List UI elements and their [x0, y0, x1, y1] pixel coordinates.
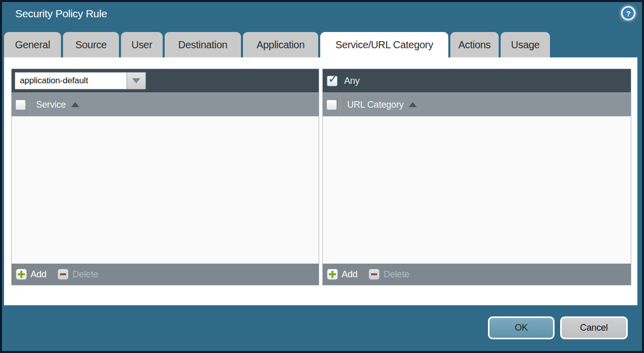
service-type-dropdown-button[interactable]: [127, 72, 146, 89]
page-title: Security Policy Rule: [15, 8, 107, 20]
tab-general[interactable]: General: [4, 32, 61, 57]
chevron-down-icon: [132, 78, 140, 83]
service-select-all-cell: [12, 93, 29, 116]
checkmark-icon: ✓: [328, 73, 338, 85]
url-category-any-row: ✓ Any: [323, 69, 631, 92]
service-panel: application-default Service Add: [11, 69, 319, 285]
delete-icon: [57, 269, 69, 280]
url-category-panel: ✓ Any URL Category Add Delete: [322, 69, 631, 285]
service-type-dropdown[interactable]: application-default: [15, 72, 146, 89]
service-column-label: Service: [36, 100, 66, 110]
security-policy-rule-dialog: Security Policy Rule ? General Source Us…: [0, 0, 644, 353]
url-category-select-all-checkbox[interactable]: [326, 100, 337, 110]
question-glyph: ?: [626, 9, 630, 18]
sort-ascending-icon[interactable]: [409, 102, 417, 107]
service-delete-button[interactable]: Delete: [57, 269, 98, 280]
service-delete-label: Delete: [72, 269, 98, 280]
tab-bar: General Source User Destination Applicat…: [4, 32, 550, 57]
url-category-column-label: URL Category: [347, 100, 404, 110]
service-column-header: Service: [12, 92, 319, 116]
url-category-delete-label: Delete: [383, 269, 409, 280]
tab-user[interactable]: User: [121, 32, 163, 57]
sort-ascending-icon[interactable]: [71, 102, 79, 107]
url-category-column-header: URL Category: [323, 92, 631, 116]
url-category-add-button[interactable]: Add: [327, 269, 357, 280]
dialog-body: application-default Service Add: [4, 57, 637, 305]
delete-icon: [369, 269, 380, 280]
tab-service-url-category[interactable]: Service/URL Category: [320, 32, 448, 57]
service-add-button[interactable]: Add: [16, 269, 46, 280]
service-list: [12, 116, 319, 264]
add-icon: [327, 269, 338, 280]
tab-source[interactable]: Source: [63, 32, 119, 57]
url-category-footer: Add Delete: [323, 264, 631, 285]
service-add-label: Add: [30, 269, 46, 280]
add-icon: [16, 269, 27, 280]
any-label: Any: [344, 76, 359, 86]
service-type-dropdown-value[interactable]: application-default: [15, 72, 127, 89]
service-select-all-checkbox[interactable]: [15, 100, 26, 110]
tab-actions[interactable]: Actions: [450, 32, 499, 57]
url-category-add-label: Add: [342, 269, 357, 280]
service-footer: Add Delete: [12, 264, 319, 285]
ok-button[interactable]: OK: [488, 316, 555, 339]
help-icon[interactable]: ?: [621, 6, 635, 20]
url-category-delete-button[interactable]: Delete: [369, 269, 409, 280]
service-toolbar: application-default: [12, 69, 319, 92]
tab-usage[interactable]: Usage: [501, 32, 550, 57]
cancel-button[interactable]: Cancel: [560, 316, 628, 339]
url-category-select-all-cell: [323, 93, 341, 116]
url-category-list: [323, 116, 631, 264]
tab-application[interactable]: Application: [243, 32, 318, 57]
any-checkbox[interactable]: ✓: [327, 76, 338, 86]
tab-destination[interactable]: Destination: [165, 32, 241, 57]
